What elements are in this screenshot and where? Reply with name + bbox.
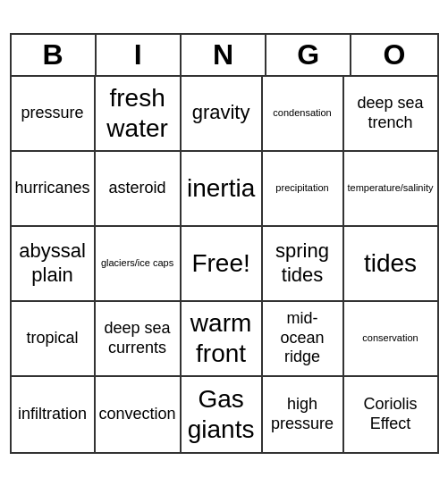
bingo-grid: pressurefresh watergravitycondensationde… — [12, 77, 437, 452]
bingo-cell: Free! — [182, 227, 263, 302]
cell-text: hurricanes — [15, 179, 90, 198]
bingo-cell: precipitation — [263, 152, 344, 227]
bingo-cell: tropical — [12, 302, 96, 377]
bingo-cell: convection — [96, 377, 182, 452]
cell-text: mid-ocean ridge — [266, 309, 339, 367]
bingo-cell: deep sea trench — [344, 77, 437, 152]
bingo-cell: fresh water — [96, 77, 182, 152]
cell-text: high pressure — [266, 395, 339, 433]
cell-text: deep sea currents — [99, 319, 176, 357]
bingo-cell: condensation — [263, 77, 344, 152]
cell-text: tropical — [27, 329, 79, 348]
cell-text: inertia — [187, 173, 255, 204]
cell-text: gravity — [192, 101, 250, 124]
cell-text: condensation — [273, 107, 331, 119]
header-letter: B — [12, 35, 97, 75]
header-letter: I — [97, 35, 182, 75]
header-letter: N — [182, 35, 266, 75]
bingo-cell: asteroid — [96, 152, 182, 227]
bingo-cell: spring tides — [263, 227, 344, 302]
cell-text: fresh water — [99, 83, 176, 143]
bingo-cell: temperature/salinity — [344, 152, 437, 227]
cell-text: Gas giants — [185, 384, 258, 444]
cell-text: spring tides — [266, 239, 339, 287]
cell-text: pressure — [21, 104, 84, 123]
cell-text: precipitation — [275, 182, 328, 194]
bingo-cell: inertia — [182, 152, 263, 227]
cell-text: abyssal plain — [15, 239, 90, 287]
cell-text: asteroid — [109, 179, 166, 198]
cell-text: conservation — [362, 332, 418, 344]
bingo-cell: hurricanes — [12, 152, 96, 227]
cell-text: glaciers/ice caps — [101, 257, 173, 269]
cell-text: infiltration — [18, 405, 87, 424]
header-letter: G — [266, 35, 351, 75]
cell-text: warm front — [185, 308, 258, 368]
bingo-card: BINGO pressurefresh watergravitycondensa… — [10, 33, 439, 454]
cell-text: temperature/salinity — [348, 182, 434, 194]
bingo-cell: mid-ocean ridge — [263, 302, 344, 377]
bingo-cell: warm front — [182, 302, 263, 377]
bingo-cell: high pressure — [263, 377, 344, 452]
bingo-cell: glaciers/ice caps — [96, 227, 182, 302]
cell-text: convection — [99, 405, 176, 424]
bingo-header: BINGO — [12, 35, 437, 77]
bingo-cell: Gas giants — [182, 377, 263, 452]
bingo-cell: tides — [344, 227, 437, 302]
header-letter: O — [351, 35, 436, 75]
bingo-cell: Coriolis Effect — [344, 377, 437, 452]
cell-text: Free! — [191, 248, 249, 279]
cell-text: tides — [364, 248, 417, 279]
cell-text: deep sea trench — [348, 94, 434, 132]
bingo-cell: conservation — [344, 302, 437, 377]
cell-text: Coriolis Effect — [348, 395, 434, 433]
bingo-cell: deep sea currents — [96, 302, 182, 377]
bingo-cell: pressure — [12, 77, 96, 152]
bingo-cell: infiltration — [12, 377, 96, 452]
bingo-cell: abyssal plain — [12, 227, 96, 302]
bingo-cell: gravity — [182, 77, 263, 152]
